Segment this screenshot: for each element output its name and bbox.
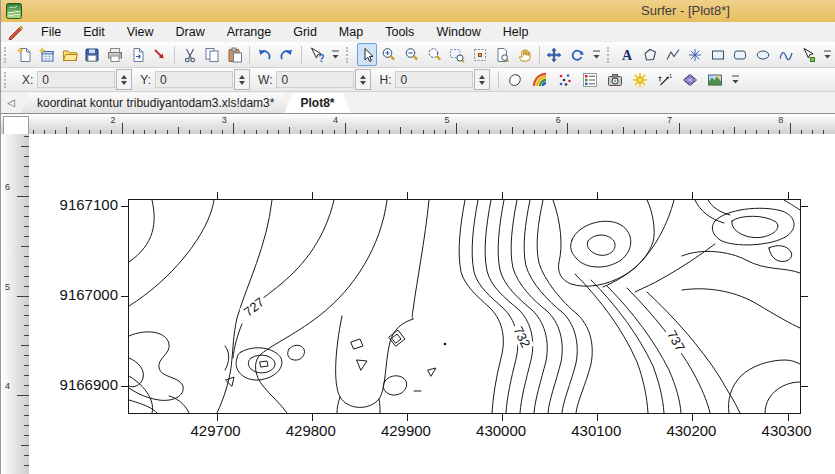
spline-button[interactable] [775,43,796,66]
vector-map-button[interactable]: 1 [653,68,676,91]
axis-tick [801,386,808,387]
h-position-input[interactable] [395,71,473,88]
tab-plot8-active[interactable]: Plot8* [284,93,350,113]
toolbar-grip[interactable] [607,47,614,63]
w-position-input[interactable] [276,71,354,88]
select-button[interactable] [357,43,378,66]
pan-button[interactable] [515,43,536,66]
tab-scroll-left-button[interactable]: ◁ [1,93,21,113]
move-button[interactable] [544,43,565,66]
zoom-selected-button[interactable] [424,43,445,66]
symbol-button[interactable] [685,43,706,66]
menu-arrange[interactable]: Arrange [216,22,282,42]
toolbar-grip[interactable] [346,47,353,63]
new-worksheet-icon [39,47,55,63]
tab-worksheet[interactable]: koordinat kontur tribudiyantodam3.xls!da… [21,93,290,113]
base-map-button[interactable] [503,68,526,91]
axis-tick [692,414,693,421]
save-button[interactable] [82,43,103,66]
ruler-number: 4 [328,115,344,125]
menu-edit[interactable]: Edit [72,22,116,42]
axis-tick [121,296,128,297]
reshape-button[interactable] [798,43,819,66]
x-spinner[interactable] [116,69,132,90]
rotate-button[interactable] [567,43,588,66]
select-icon [359,47,375,63]
menu-view[interactable]: View [116,22,165,42]
redo-icon [279,47,295,63]
plot-page-canvas[interactable]: 727732737 429700429800429900430000430100… [29,134,835,474]
axis-tick [217,414,218,421]
ruler-tick [17,395,29,396]
menu-grid[interactable]: Grid [282,22,328,42]
toolbar-grip[interactable] [4,47,11,63]
shaded-relief-map-button[interactable] [628,68,651,91]
post-map-icon [557,72,573,88]
rounded-rectangle-button[interactable] [730,43,751,66]
new-document-button[interactable] [14,43,35,66]
axis-tick [597,414,598,421]
image-map-icon [607,72,623,88]
ruler-number: 8 [773,115,789,125]
wireframe-map-button[interactable] [678,68,701,91]
menu-file[interactable]: File [30,22,72,42]
contour-lines [129,200,800,413]
x-axis-label: 430000 [456,422,546,439]
toolbar-options-button[interactable] [822,44,834,65]
contour-map[interactable]: 727732737 [128,199,801,414]
menu-draw[interactable]: Draw [165,22,216,42]
plot-document-icon[interactable] [8,24,24,40]
copy-button[interactable] [202,43,223,66]
classed-post-map-button[interactable] [578,68,601,91]
polyline-button[interactable] [662,43,683,66]
toolbar-grip[interactable] [4,72,12,88]
rectangle-button[interactable] [708,43,729,66]
surface-map-button[interactable] [703,68,726,91]
toolbar-options-button[interactable] [330,44,342,65]
toolbar-separator [174,46,175,64]
y-spinner[interactable] [234,69,250,90]
menu-map[interactable]: Map [328,22,374,42]
y-position-input[interactable] [155,71,233,88]
zoom-out-button[interactable] [402,43,423,66]
axis-tick [801,206,808,207]
open-button[interactable] [60,43,81,66]
menu-help[interactable]: Help [492,22,540,42]
polygon-button[interactable] [640,43,661,66]
ruler-tick [21,445,29,446]
paste-button[interactable] [225,43,246,66]
axis-tick [597,192,598,199]
h-spinner[interactable] [474,69,490,90]
w-field-label: W: [258,73,272,87]
menu-window[interactable]: Window [425,22,491,42]
post-map-button[interactable] [553,68,576,91]
w-spinner[interactable] [355,69,371,90]
contour-map-button[interactable] [528,68,551,91]
image-map-button[interactable] [603,68,626,91]
cut-button[interactable] [179,43,200,66]
print-button[interactable] [105,43,126,66]
export-button[interactable] [127,43,148,66]
zoom-realtime-button[interactable] [470,43,491,66]
zoom-in-button[interactable] [379,43,400,66]
spline-icon [778,47,794,63]
import-button[interactable] [150,43,171,66]
new-worksheet-button[interactable] [37,43,58,66]
import-icon [152,47,168,63]
x-position-input[interactable] [37,71,115,88]
wireframe-map-icon [682,72,698,88]
text-button[interactable]: A [617,43,638,66]
menu-tools[interactable]: Tools [374,22,425,42]
toolbar-options-button[interactable] [590,44,602,65]
ruler-corner-box [3,116,29,135]
redo-button[interactable] [277,43,298,66]
print-preview-button[interactable] [492,43,513,66]
help-pointer-button[interactable]: ? [306,43,327,66]
zoom-window-button[interactable] [447,43,468,66]
toolbar-options-button[interactable] [729,69,742,90]
rounded-rectangle-icon [732,47,748,63]
y-axis-label: 9167000 [38,286,118,303]
undo-button[interactable] [254,43,275,66]
print-preview-icon [494,47,510,63]
ellipse-button[interactable] [753,43,774,66]
